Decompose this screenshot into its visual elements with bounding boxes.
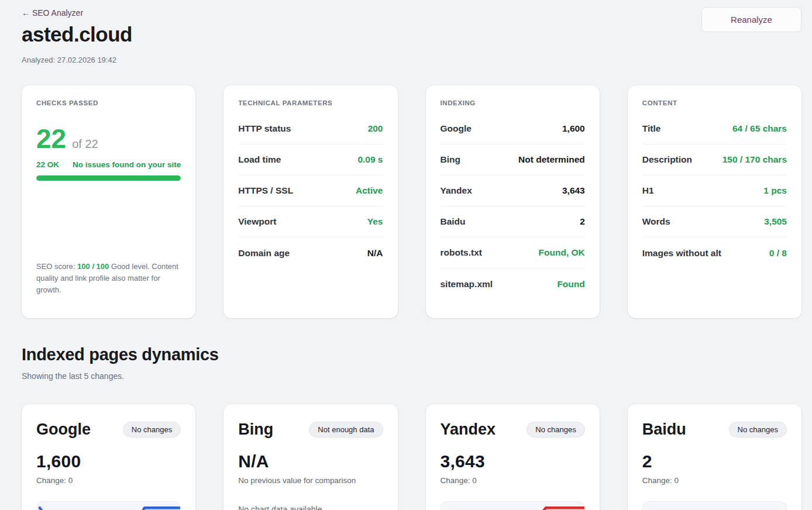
row-label: Description (642, 154, 692, 165)
row-value: N/A (367, 248, 383, 259)
checks-progress-bar (36, 175, 181, 181)
indexing-rows: Google 1,600 Bing Not determined Yandex … (441, 113, 585, 299)
checks-total: of 22 (72, 137, 98, 151)
row-value: 150 / 170 chars (722, 154, 787, 165)
status-badge: No changes (123, 422, 181, 437)
back-link[interactable]: ← SEO Analyzer (22, 8, 83, 18)
analyzed-timestamp: Analyzed: 27.02.2026 19:42 (22, 56, 801, 64)
row-value: Found (557, 279, 584, 290)
row-label: Bing (441, 154, 460, 165)
row-value: Found, OK (539, 247, 585, 258)
google-dynamics-card: Google No changes 1,600 Change: 0 (22, 404, 195, 510)
row-https-ssl: HTTPS / SSL Active (238, 175, 383, 206)
card-label: INDEXING (441, 99, 585, 106)
row-words-count: Words 3,505 (642, 206, 787, 237)
indexed-pages-value: 2 (642, 452, 787, 471)
dynamics-cards-row: Google No changes 1,600 Change: 0 Bing N… (22, 404, 801, 510)
yandex-dynamics-card: Yandex No changes 3,643 Change: 0 (426, 404, 600, 510)
engine-name: Bing (238, 421, 273, 439)
checks-score: 22 (36, 125, 66, 152)
row-value: 0 / 8 (769, 248, 787, 259)
sparkline-chart (441, 501, 585, 510)
row-value: Active (356, 185, 383, 196)
seo-report-page: ← SEO Analyzer Reanalyze asted.cloud Ana… (0, 0, 812, 510)
seo-score-value: 100 / 100 (77, 262, 109, 271)
change-label: Change: 0 (441, 476, 585, 485)
row-value: Yes (367, 216, 383, 227)
row-value: Not determined (518, 154, 585, 165)
row-domain-age: Domain age N/A (238, 237, 383, 268)
row-label: Words (642, 216, 670, 227)
seo-score-prefix: SEO score: (36, 262, 77, 271)
row-bing-index: Bing Not determined (441, 144, 585, 175)
status-badge: Not enough data (309, 422, 383, 437)
row-value: 2 (580, 216, 585, 227)
technical-parameters-card: TECHNICAL PARAMETERS HTTP status 200 Loa… (223, 85, 397, 318)
reanalyze-button[interactable]: Reanalyze (701, 7, 801, 32)
row-value: 3,505 (764, 216, 787, 227)
indexed-pages-value: 3,643 (441, 452, 585, 471)
indexed-pages-value: 1,600 (36, 452, 181, 471)
checks-passed-card: CHECKS PASSED 22 of 22 22 OK No issues f… (22, 85, 195, 318)
dynamics-section-subtitle: Showing the last 5 changes. (22, 371, 801, 381)
row-baidu-index: Baidu 2 (441, 206, 585, 237)
row-robots-txt: robots.txt Found, OK (441, 237, 585, 268)
card-header: Baidu No changes (642, 421, 787, 439)
card-header: Bing Not enough data (238, 421, 383, 439)
card-label: CHECKS PASSED (36, 99, 181, 106)
row-yandex-index: Yandex 3,643 (441, 175, 585, 206)
indexed-pages-value: N/A (238, 452, 383, 471)
engine-name: Google (36, 421, 91, 439)
checks-status-row: 22 OK No issues found on your site (36, 160, 181, 169)
row-label: robots.txt (441, 247, 482, 258)
card-header: Google No changes (36, 421, 181, 439)
technical-rows: HTTP status 200 Load time 0.09 s HTTPS /… (238, 113, 383, 268)
row-load-time: Load time 0.09 s (238, 144, 383, 175)
row-viewport: Viewport Yes (238, 206, 383, 237)
row-label: Load time (238, 154, 281, 165)
row-label: sitemap.xml (441, 279, 493, 290)
summary-cards-row: CHECKS PASSED 22 of 22 22 OK No issues f… (22, 85, 801, 318)
status-badge: No changes (527, 422, 584, 437)
card-header: Yandex No changes (441, 421, 585, 439)
row-label: Yandex (441, 185, 472, 196)
row-images-without-alt: Images without alt 0 / 8 (642, 237, 787, 268)
row-value: 1 pcs (763, 185, 787, 196)
row-value: 200 (368, 123, 383, 134)
row-value: 0.09 s (357, 154, 383, 165)
checks-status-message: No issues found on your site (73, 160, 181, 169)
row-h1-count: H1 1 pcs (642, 175, 787, 206)
baidu-dynamics-card: Baidu No changes 2 Change: 0 (628, 404, 801, 510)
row-label: Images without alt (642, 248, 721, 259)
row-label: Baidu (441, 216, 466, 227)
seo-score-note: SEO score: 100 / 100 Good level. Content… (36, 261, 181, 296)
row-description-chars: Description 150 / 170 chars (642, 144, 787, 175)
checks-progress-fill (36, 175, 181, 181)
score-row: 22 of 22 (36, 125, 181, 152)
row-sitemap-xml: sitemap.xml Found (441, 268, 585, 299)
row-title-chars: Title 64 / 65 chars (642, 113, 787, 144)
content-card: CONTENT Title 64 / 65 chars Description … (628, 85, 801, 318)
indexing-card: INDEXING Google 1,600 Bing Not determine… (426, 85, 600, 318)
row-label: Domain age (238, 248, 290, 259)
row-label: Google (441, 123, 472, 134)
row-label: Title (642, 123, 661, 134)
row-label: H1 (642, 185, 654, 196)
row-label: Viewport (238, 216, 276, 227)
change-label: Change: 0 (36, 476, 181, 485)
dynamics-section-title: Indexed pages dynamics (22, 345, 801, 364)
content-rows: Title 64 / 65 chars Description 150 / 17… (642, 113, 787, 268)
bing-dynamics-card: Bing Not enough data N/A No previous val… (223, 404, 397, 510)
row-label: HTTP status (238, 123, 291, 134)
no-chart-message: No chart data available. (238, 505, 383, 510)
sparkline-chart (642, 501, 787, 510)
engine-name: Baidu (642, 421, 686, 439)
card-label: TECHNICAL PARAMETERS (238, 99, 383, 106)
change-label: No previous value for comparison (238, 476, 383, 485)
checks-ok-count: 22 OK (36, 160, 59, 169)
row-value: 64 / 65 chars (732, 123, 787, 134)
change-label: Change: 0 (642, 476, 787, 485)
row-google-index: Google 1,600 (441, 113, 585, 144)
page-title: asted.cloud (22, 23, 801, 46)
status-badge: No changes (729, 422, 787, 437)
